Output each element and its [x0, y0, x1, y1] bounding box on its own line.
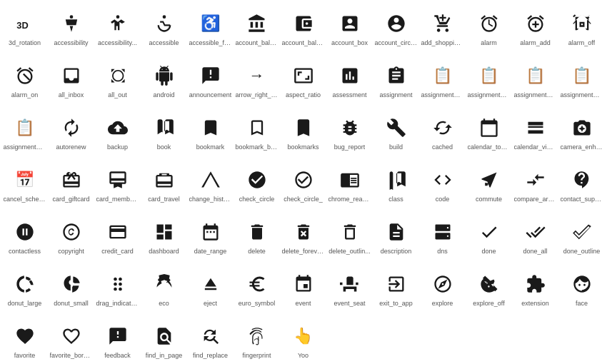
icon-cell-find_in_page[interactable]: find_in_page [141, 315, 187, 364]
icon-cell-done[interactable]: done [466, 211, 512, 263]
icon-cell-dashboard[interactable]: dashboard [141, 211, 187, 263]
icon-cell-check_circle_outline[interactable]: check_circle_ [280, 159, 326, 211]
icon-cell-android[interactable]: android [141, 55, 187, 107]
icon-cell-assignment[interactable]: assignment [373, 55, 419, 107]
icon-cell-autorenew[interactable]: autorenew [48, 107, 94, 159]
icon-cell-alarm[interactable]: alarm [466, 3, 512, 55]
icon-cell-dns[interactable]: dns [419, 211, 466, 263]
icon-cell-eco[interactable]: eco [141, 263, 187, 315]
icon-cell-accessibility_new[interactable]: accessibility... [94, 3, 141, 55]
extension-label: extension [521, 300, 549, 308]
delete-label: delete [248, 248, 266, 256]
icon-cell-date_range[interactable]: date_range [187, 211, 234, 263]
icon-cell-explore[interactable]: explore [419, 263, 466, 315]
icon-cell-announcement[interactable]: announcement [187, 55, 234, 107]
icon-cell-card_giftcard[interactable]: card_giftcard [48, 159, 94, 211]
icon-cell-assignment_late[interactable]: 📋assignment_la... [466, 55, 512, 107]
icon-cell-explore_off[interactable]: explore_off [466, 263, 512, 315]
icon-cell-book[interactable]: book [141, 107, 187, 159]
icon-cell-change_history[interactable]: change_histor... [187, 159, 234, 211]
calendar_today-icon [479, 115, 499, 141]
icon-cell-yoo[interactable]: 👆Yoo [280, 315, 326, 364]
arrow_right_alt-icon: → [249, 63, 265, 89]
compare_arrows-icon [526, 167, 546, 193]
icon-cell-delete_forever[interactable]: delete_foreve... [280, 211, 326, 263]
icon-cell-feedback[interactable]: feedback [94, 315, 141, 364]
icon-cell-cancel_schedule[interactable]: 📅cancel_schedu... [1, 159, 48, 211]
icon-cell-copyright[interactable]: copyright [48, 211, 94, 263]
icon-cell-3d_rotation[interactable]: 3D3d_rotation [1, 3, 48, 55]
icon-cell-donut_small[interactable]: donut_small [48, 263, 94, 315]
icon-cell-chrome_reader_mode[interactable]: chrome_reader... [326, 159, 373, 211]
icon-cell-cached[interactable]: cached [419, 107, 466, 159]
icon-cell-assignment_ind[interactable]: 📋assignment_in... [419, 55, 466, 107]
icon-cell-event[interactable]: event [280, 263, 326, 315]
icon-cell-card_membership[interactable]: card_membersh... [94, 159, 141, 211]
icon-cell-arrow_right_alt[interactable]: →arrow_right_a... [234, 55, 280, 107]
dashboard-icon [154, 219, 174, 245]
icon-cell-favorite[interactable]: favorite [1, 315, 48, 364]
icon-cell-accessible_forward[interactable]: ♿accessible_fo... [187, 3, 234, 55]
icon-cell-check_circle[interactable]: check_circle [234, 159, 280, 211]
icon-cell-compare_arrows[interactable]: compare_arrow... [512, 159, 558, 211]
icon-cell-delete[interactable]: delete [234, 211, 280, 263]
icon-cell-eject[interactable]: eject [187, 263, 234, 315]
icon-cell-exit_to_app[interactable]: exit_to_app [373, 263, 419, 315]
icon-cell-assessment[interactable]: assessment [326, 55, 373, 107]
icon-cell-alarm_add[interactable]: alarm_add [512, 3, 558, 55]
icon-cell-account_box[interactable]: account_box [326, 3, 373, 55]
icon-cell-account_circle[interactable]: account_circl... [373, 3, 419, 55]
icon-cell-camera_enhance[interactable]: camera_enhac... [558, 107, 605, 159]
icon-cell-commute[interactable]: commute [466, 159, 512, 211]
icon-cell-favorite_border[interactable]: favorite_bord... [48, 315, 94, 364]
icon-cell-assignment_returned[interactable]: 📋assignment_re... [558, 55, 605, 107]
icon-cell-euro_symbol[interactable]: euro_symbol [234, 263, 280, 315]
icon-cell-aspect_ratio[interactable]: aspect_ratio [280, 55, 326, 107]
icon-cell-all_out[interactable]: all_out [94, 55, 141, 107]
icon-cell-calendar_view_day[interactable]: calendar_view... [512, 107, 558, 159]
icon-cell-backup[interactable]: backup [94, 107, 141, 159]
icon-cell-bookmark[interactable]: bookmark [187, 107, 234, 159]
alarm-label: alarm [481, 39, 497, 47]
account_circle-label: account_circl... [375, 39, 418, 47]
cached-icon [433, 115, 453, 141]
icon-cell-build[interactable]: build [373, 107, 419, 159]
icon-cell-accessibility[interactable]: accessibility [48, 3, 94, 55]
icon-cell-drag_indicator[interactable]: drag_indicato... [94, 263, 141, 315]
icon-cell-accessible[interactable]: accessible [141, 3, 187, 55]
icon-cell-bug_report[interactable]: bug_report [326, 107, 373, 159]
icon-cell-add_shopping_cart[interactable]: add_shopping... [419, 3, 466, 55]
icon-cell-credit_card[interactable]: credit_card [94, 211, 141, 263]
icon-cell-extension[interactable]: extension [512, 263, 558, 315]
bug_report-label: bug_report [334, 143, 366, 151]
icon-cell-delete_outline[interactable]: delete_outlin... [326, 211, 373, 263]
icon-cell-account_balance[interactable]: account_balan... [234, 3, 280, 55]
find_replace-label: find_replace [193, 352, 228, 360]
icon-cell-all_inbox[interactable]: all_inbox [48, 55, 94, 107]
icon-cell-bookmarks[interactable]: bookmarks [280, 107, 326, 159]
icon-cell-contactless[interactable]: contactless [1, 211, 48, 263]
icon-cell-code[interactable]: code [419, 159, 466, 211]
icon-cell-class[interactable]: class [373, 159, 419, 211]
icon-cell-done_all[interactable]: done_all [512, 211, 558, 263]
icon-cell-donut_large[interactable]: donut_large [1, 263, 48, 315]
icon-cell-alarm_on[interactable]: alarm_on [1, 55, 48, 107]
icon-cell-alarm_off[interactable]: alarm_off [558, 3, 605, 55]
copyright-icon [61, 219, 81, 245]
icon-cell-assignment_turned_in[interactable]: 📋assignment_tu... [1, 107, 48, 159]
icon-cell-done_outline[interactable]: done_outline [558, 211, 605, 263]
icon-cell-calendar_today[interactable]: calendar_toda... [466, 107, 512, 159]
icon-cell-fingerprint[interactable]: fingerprint [234, 315, 280, 364]
icon-cell-description[interactable]: description [373, 211, 419, 263]
icon-cell-bookmark_border[interactable]: bookmark_bord... [234, 107, 280, 159]
icon-cell-assignment_return[interactable]: 📋assignment_re... [512, 55, 558, 107]
icon-cell-account_balance_wallet[interactable]: account_balan... [280, 3, 326, 55]
book-icon [154, 115, 174, 141]
icon-cell-card_travel[interactable]: card_travel [141, 159, 187, 211]
icon-cell-event_seat[interactable]: event_seat [326, 263, 373, 315]
find_in_page-label: find_in_page [146, 352, 183, 360]
icon-cell-face[interactable]: face [558, 263, 605, 315]
icon-cell-contact_support[interactable]: contact_suppo... [558, 159, 605, 211]
book-label: book [157, 143, 171, 151]
icon-cell-find_replace[interactable]: find_replace [187, 315, 234, 364]
